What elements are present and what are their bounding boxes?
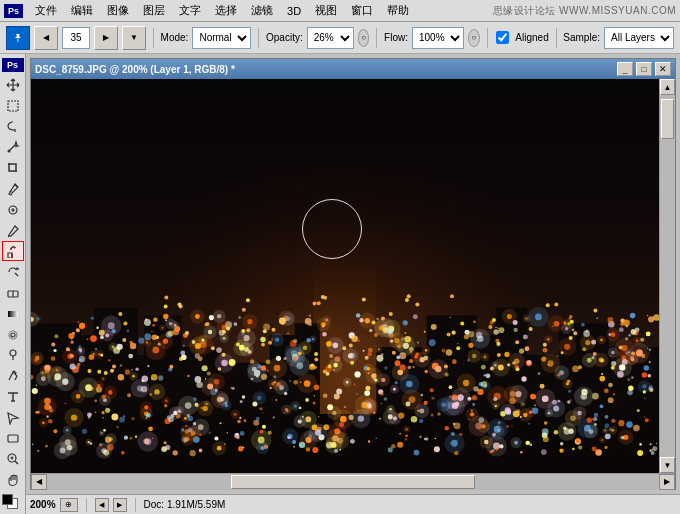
menu-layer[interactable]: 图层	[137, 1, 171, 20]
tool-lasso[interactable]	[2, 117, 24, 137]
scroll-thumb-v[interactable]	[661, 99, 674, 139]
menu-type[interactable]: 文字	[173, 1, 207, 20]
svg-rect-10	[8, 435, 18, 442]
svg-point-2	[9, 191, 11, 193]
document-content: ▲ ▼	[31, 79, 675, 473]
mode-select[interactable]: Normal	[192, 27, 251, 49]
window-close-btn[interactable]: ✕	[655, 62, 671, 76]
zoom-icon-btn[interactable]: ⊕	[60, 498, 78, 512]
opacity-select[interactable]: 26%	[307, 27, 354, 49]
flow-select[interactable]: 100%	[412, 27, 464, 49]
sep5	[556, 28, 557, 48]
menu-filter[interactable]: 滤镜	[245, 1, 279, 20]
menu-select[interactable]: 选择	[209, 1, 243, 20]
tool-eraser[interactable]	[2, 283, 24, 303]
tool-icon-sm: 🖈	[6, 26, 30, 50]
menu-bar: Ps 文件 编辑 图像 图层 文字 选择 滤镜 3D 视图 窗口 帮助 思缘设计…	[0, 0, 680, 22]
color-swatch[interactable]	[2, 494, 24, 510]
photo-canvas[interactable]	[31, 79, 659, 473]
nav-next-btn[interactable]: ▶	[113, 498, 127, 512]
document-window: DSC_8759.JPG @ 200% (Layer 1, RGB/8) * _…	[30, 58, 676, 490]
tool-move[interactable]	[2, 75, 24, 95]
sep2	[258, 28, 259, 48]
document-title: DSC_8759.JPG @ 200% (Layer 1, RGB/8) *	[35, 64, 235, 75]
svg-point-9	[10, 350, 16, 356]
tool-shape[interactable]	[2, 429, 24, 449]
document-titlebar: DSC_8759.JPG @ 200% (Layer 1, RGB/8) * _…	[31, 59, 675, 79]
tool-clone-stamp[interactable]	[2, 241, 24, 261]
menu-help[interactable]: 帮助	[381, 1, 415, 20]
svg-rect-6	[8, 311, 18, 317]
ps-logo-menu: Ps	[4, 4, 23, 18]
tool-gradient[interactable]	[2, 304, 24, 324]
toolbox: Ps	[0, 54, 26, 514]
opacity-icon: ○	[358, 29, 370, 47]
scroll-up-btn[interactable]: ▲	[660, 79, 675, 95]
window-maximize-btn[interactable]: □	[636, 62, 652, 76]
menu-view[interactable]: 视图	[309, 1, 343, 20]
menu-file[interactable]: 文件	[29, 1, 63, 20]
status-sep1	[86, 498, 87, 512]
status-bar: 200% ⊕ ◀ ▶ Doc: 1.91M/5.59M	[26, 494, 680, 514]
doc-size-label: Doc: 1.91M/5.59M	[144, 499, 676, 510]
ps-logo: Ps	[2, 58, 24, 72]
sep4	[487, 28, 488, 48]
tool-crop[interactable]	[2, 158, 24, 178]
fg-color	[2, 494, 13, 505]
menu-window[interactable]: 窗口	[345, 1, 379, 20]
flow-icon: ○	[468, 29, 480, 47]
tool-path-select[interactable]	[2, 408, 24, 428]
tool-hand[interactable]	[2, 470, 24, 490]
aligned-label: Aligned	[515, 32, 548, 43]
svg-point-7	[9, 331, 17, 339]
status-sep2	[135, 498, 136, 512]
scroll-left-btn[interactable]: ◀	[31, 474, 47, 490]
scroll-track-v[interactable]	[660, 95, 675, 457]
sample-select[interactable]: All Layers	[604, 27, 674, 49]
zoom-level: 200%	[30, 499, 56, 510]
tool-pen[interactable]	[2, 366, 24, 386]
tool-zoom[interactable]	[2, 449, 24, 469]
tool-healing[interactable]	[2, 200, 24, 220]
tool-dodge[interactable]	[2, 345, 24, 365]
scroll-right-btn[interactable]: ▶	[659, 474, 675, 490]
svg-point-8	[11, 333, 15, 337]
document-bottom-scrollbar: ◀ ▶	[31, 473, 675, 489]
brush-picker-btn[interactable]: ▼	[122, 26, 146, 50]
h-scroll-thumb[interactable]	[231, 475, 476, 489]
opacity-label: Opacity:	[266, 32, 303, 43]
tool-brush[interactable]	[2, 221, 24, 241]
tool-magic-wand[interactable]	[2, 138, 24, 158]
window-minimize-btn[interactable]: _	[617, 62, 633, 76]
watermark: 思缘设计论坛 WWW.MISSYUAN.COM	[493, 4, 676, 18]
main-area: Ps	[0, 54, 680, 514]
h-scroll-track[interactable]	[47, 474, 659, 490]
scroll-down-btn[interactable]: ▼	[660, 457, 675, 473]
sep1	[153, 28, 154, 48]
tool-text[interactable]	[2, 387, 24, 407]
window-buttons: _ □ ✕	[617, 62, 671, 76]
nav-prev-btn[interactable]: ◀	[95, 498, 109, 512]
menu-edit[interactable]: 编辑	[65, 1, 99, 20]
canvas-area: DSC_8759.JPG @ 200% (Layer 1, RGB/8) * _…	[26, 54, 680, 514]
sample-label: Sample:	[563, 32, 600, 43]
menu-image[interactable]: 图像	[101, 1, 135, 20]
brush-size-increase[interactable]: ▶	[94, 26, 118, 50]
brush-size-decrease[interactable]: ◀	[34, 26, 58, 50]
brush-size-input[interactable]: 35	[62, 27, 90, 49]
sep3	[376, 28, 377, 48]
tool-eyedropper[interactable]	[2, 179, 24, 199]
vertical-scrollbar: ▲ ▼	[659, 79, 675, 473]
tool-history-brush[interactable]	[2, 262, 24, 282]
svg-line-12	[15, 461, 18, 464]
menu-3d[interactable]: 3D	[281, 3, 307, 19]
svg-rect-0	[8, 101, 18, 111]
tool-marquee[interactable]	[2, 96, 24, 116]
toolbar: 🖈 ◀ 35 ▶ ▼ Mode: Normal Opacity: 26% ○ F…	[0, 22, 680, 54]
tool-blur[interactable]	[2, 325, 24, 345]
flow-label: Flow:	[384, 32, 408, 43]
mode-label: Mode:	[161, 32, 189, 43]
svg-point-1	[7, 150, 10, 153]
aligned-checkbox[interactable]	[496, 31, 509, 44]
